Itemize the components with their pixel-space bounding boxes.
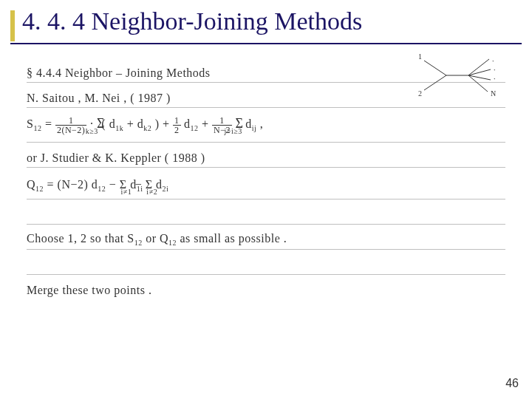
note-line: Choose 1, 2 so that S12 or Q12 as small …: [27, 225, 505, 250]
tree-label-1: 1: [418, 53, 422, 61]
slide-title: 4. 4. 4 Neighbor-Joining Methods: [22, 7, 362, 35]
formula-s12: S12 = 12(N−2) · Σk≥3 ( d1k + dk2 ) + 12 …: [27, 116, 505, 134]
svg-text:·: ·: [494, 75, 496, 83]
note-text: N. Saitou , M. Nei , ( 1987 ): [27, 92, 505, 105]
svg-text:·: ·: [494, 66, 496, 74]
formula-q12: Q12 = (N−2) d12 − Σ d1ii≠1 − Σ d2ii≠2: [27, 178, 505, 193]
accent-bar: [10, 10, 15, 41]
note-text: Merge these two points .: [27, 284, 505, 297]
svg-line-1: [424, 61, 446, 75]
svg-text:·: ·: [492, 57, 494, 65]
title-underline: [10, 43, 522, 44]
note-line: [27, 250, 505, 275]
slide: 4. 4. 4 Neighbor-Joining Methods § 4.4.4…: [0, 0, 532, 399]
page-number: 46: [505, 377, 519, 390]
note-line: or J. Studier & K. Keppler ( 1988 ): [27, 143, 505, 168]
note-line: S12 = 12(N−2) · Σk≥3 ( d1k + dk2 ) + 12 …: [27, 108, 505, 143]
note-line: N. Saitou , M. Nei , ( 1987 ): [27, 83, 505, 108]
handwritten-notes: § 4.4.4 Neighbor – Joining Methods 1 2 N…: [27, 58, 505, 361]
note-line: Merge these two points .: [27, 275, 505, 299]
note-line: [27, 200, 505, 225]
svg-line-5: [468, 75, 491, 80]
note-text: Choose 1, 2 so that S12 or Q12 as small …: [27, 232, 505, 247]
note-line: Q12 = (N−2) d12 − Σ d1ii≠1 − Σ d2ii≠2: [27, 168, 505, 200]
note-text: or J. Studier & K. Keppler ( 1988 ): [27, 151, 505, 165]
note-line: § 4.4.4 Neighbor – Joining Methods 1 2 N…: [27, 58, 505, 83]
